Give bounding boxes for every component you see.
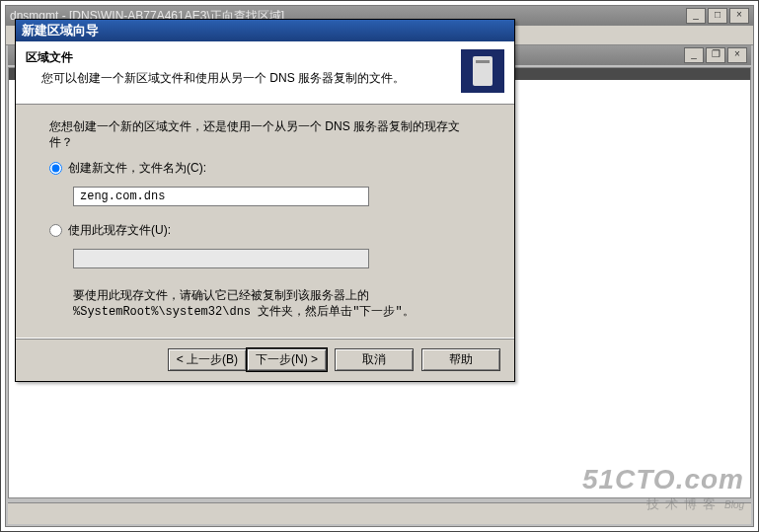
radio-create-new-label: 创建新文件，文件名为(C): <box>68 160 206 177</box>
statusbar <box>8 502 751 524</box>
radio-create-new[interactable]: 创建新文件，文件名为(C): <box>49 160 481 177</box>
hint-line-1: 要使用此现存文件，请确认它已经被复制到该服务器上的 <box>73 288 481 304</box>
existing-filename-input <box>73 249 369 268</box>
cancel-button[interactable]: 取消 <box>335 348 414 371</box>
mdi-restore-button[interactable]: ❐ <box>706 47 725 63</box>
wizard-titlebar[interactable]: 新建区域向导 <box>16 20 514 41</box>
hint-line-2: %SystemRoot%\system32\dns 文件夹，然后单击"下一步"。 <box>73 304 481 320</box>
new-filename-input[interactable] <box>73 187 369 206</box>
next-button[interactable]: 下一步(N) > <box>247 348 327 371</box>
minimize-button[interactable]: _ <box>686 8 706 24</box>
wizard-footer: < 上一步(B) 下一步(N) > 取消 帮助 <box>16 338 514 381</box>
radio-use-existing-input[interactable] <box>49 224 62 237</box>
file-choice-radiogroup: 创建新文件，文件名为(C): 使用此现存文件(U): <box>49 160 481 278</box>
wizard-question: 您想创建一个新的区域文件，还是使用一个从另一个 DNS 服务器复制的现存文件？ <box>49 118 481 150</box>
wizard-header: 区域文件 您可以创建一个新区域文件和使用从另一个 DNS 服务器复制的文件。 <box>16 41 514 105</box>
help-button[interactable]: 帮助 <box>421 348 500 371</box>
wizard-body: 您想创建一个新的区域文件，还是使用一个从另一个 DNS 服务器复制的现存文件？ … <box>16 105 514 338</box>
new-zone-wizard: 新建区域向导 区域文件 您可以创建一个新区域文件和使用从另一个 DNS 服务器复… <box>15 19 515 382</box>
radio-use-existing-label: 使用此现存文件(U): <box>68 222 171 239</box>
mdi-minimize-button[interactable]: _ <box>684 47 704 63</box>
radio-use-existing[interactable]: 使用此现存文件(U): <box>49 222 481 239</box>
mdi-close-button[interactable]: × <box>727 47 747 63</box>
back-button[interactable]: < 上一步(B) <box>168 348 247 371</box>
outer-window-controls: _ □ × <box>686 8 749 24</box>
wizard-subheading: 您可以创建一个新区域文件和使用从另一个 DNS 服务器复制的文件。 <box>41 70 461 87</box>
server-icon <box>461 49 504 93</box>
maximize-button[interactable]: □ <box>708 8 727 24</box>
radio-create-new-input[interactable] <box>49 162 62 175</box>
wizard-heading: 区域文件 <box>26 49 461 66</box>
hint-text: 要使用此现存文件，请确认它已经被复制到该服务器上的 %SystemRoot%\s… <box>73 288 481 320</box>
close-button[interactable]: × <box>729 8 749 24</box>
wizard-title-text: 新建区域向导 <box>22 22 99 39</box>
